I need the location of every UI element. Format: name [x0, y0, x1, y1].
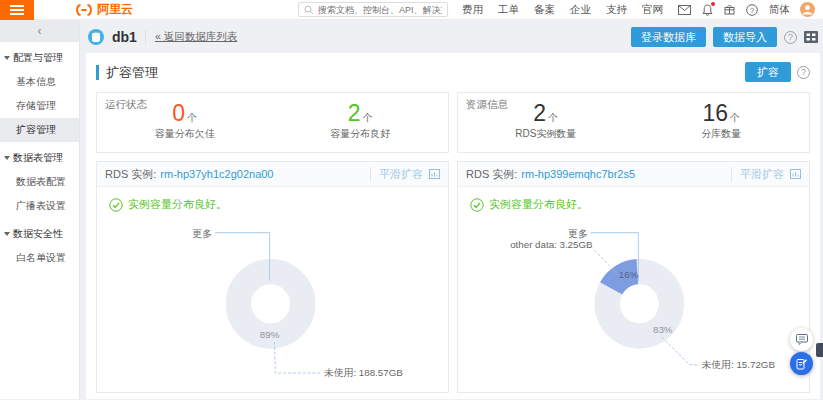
- nav-support[interactable]: 支持: [606, 3, 627, 17]
- stats-row: 运行状态 0个 容量分布欠佳 2个 容量分布良好 资源信息: [96, 92, 810, 153]
- capacity-status-message: 实例容量分布良好。: [470, 197, 809, 212]
- sidebar-item-broadcast-table[interactable]: 广播表设置: [0, 194, 79, 218]
- content-area: db1 « 返回数据库列表 登录数据库 数据导入 ? 扩容管理 扩容 ?: [80, 20, 823, 399]
- capacity-status-message: 实例容量分布良好。: [109, 197, 448, 212]
- instance-label: RDS 实例:: [466, 167, 517, 182]
- language-selector[interactable]: 简体: [769, 3, 790, 17]
- resource-section: 资源信息 2个 RDS实例数量 16个 分库数量: [457, 92, 810, 153]
- sidebar-group-header-config[interactable]: 配置与管理: [0, 42, 79, 70]
- pie-label-unused: 未使用: 15.72GB: [701, 359, 775, 370]
- sidebar-group-security: 数据安全性 白名单设置: [0, 218, 79, 270]
- rds-instance-card-1: RDS 实例: rm-hp37yh1c2g02na00 平滑扩容: [96, 161, 449, 393]
- top-icons: ?: [678, 4, 758, 16]
- pie-percent-blue: 16%: [619, 270, 639, 281]
- sidebar-collapse-button[interactable]: ‹: [0, 20, 79, 42]
- sidebar-item-storage-mgmt[interactable]: 存储管理: [0, 94, 79, 118]
- instance-id-link[interactable]: rm-hp37yh1c2g02na00: [160, 168, 273, 180]
- side-tab[interactable]: [816, 343, 823, 357]
- search-input[interactable]: [318, 5, 442, 15]
- aliyun-logo[interactable]: 阿里云: [74, 1, 133, 18]
- top-nav: 费用 工单 备案 企业 支持 官网: [462, 3, 663, 17]
- sidebar-group-header-security[interactable]: 数据安全性: [0, 218, 79, 246]
- caret-down-icon: [4, 232, 10, 236]
- stat-shard-count: 16个 分库数量: [634, 101, 810, 152]
- chat-icon: [796, 334, 808, 345]
- sidebar-group-header-tables[interactable]: 数据表管理: [0, 142, 79, 170]
- page-title: db1: [112, 29, 137, 45]
- sidebar-group-tables: 数据表管理 数据表配置 广播表设置: [0, 142, 79, 218]
- resource-section-title: 资源信息: [466, 98, 508, 112]
- caret-down-icon: [4, 56, 10, 60]
- monitor-icon[interactable]: [429, 169, 440, 179]
- data-import-button[interactable]: 数据导入: [713, 27, 777, 47]
- back-to-db-list-link[interactable]: « 返回数据库列表: [145, 30, 237, 44]
- stat-label: 容量分布良好: [273, 127, 449, 141]
- smooth-expansion-link[interactable]: 平滑扩容: [731, 167, 784, 182]
- console-grid-icon[interactable]: [804, 31, 818, 43]
- expand-button[interactable]: 扩容: [745, 62, 791, 82]
- gift-icon[interactable]: [724, 4, 735, 15]
- mail-icon[interactable]: [678, 5, 691, 15]
- help-icon[interactable]: ?: [797, 66, 810, 79]
- pie-label-more: 更多: [193, 228, 213, 239]
- smooth-expansion-link[interactable]: 平滑扩容: [370, 167, 423, 182]
- menu-icon[interactable]: [0, 0, 34, 20]
- svg-text:?: ?: [750, 5, 754, 14]
- capacity-donut-chart-2[interactable]: 更多 other data: 3.25GB 16% 83% 未使用: 15.72…: [458, 220, 809, 392]
- nav-enterprise[interactable]: 企业: [570, 3, 591, 17]
- sidebar-group-config: 配置与管理 基本信息 存储管理 扩容管理: [0, 42, 79, 142]
- database-icon: [88, 29, 104, 45]
- search-icon: [304, 5, 314, 15]
- sidebar: ‹ 配置与管理 基本信息 存储管理 扩容管理 数据表管理 数据表配置 广播表设置…: [0, 20, 80, 399]
- login-database-button[interactable]: 登录数据库: [631, 27, 706, 47]
- help-icon[interactable]: ?: [784, 31, 797, 44]
- stat-label: RDS实例数量: [458, 127, 634, 141]
- search-box[interactable]: [298, 2, 448, 17]
- help-icon[interactable]: ?: [746, 4, 758, 16]
- instance-id-link[interactable]: rm-hp399emqhc7br2s5: [521, 168, 635, 180]
- aliyun-logo-icon: [74, 4, 94, 16]
- caret-down-icon: [4, 156, 10, 160]
- status-section: 运行状态 0个 容量分布欠佳 2个 容量分布良好: [96, 92, 449, 153]
- sidebar-item-expansion-mgmt[interactable]: 扩容管理: [0, 118, 79, 142]
- section-title: 扩容管理: [96, 65, 158, 80]
- rds-instance-card-2: RDS 实例: rm-hp399emqhc7br2s5 平滑扩容: [457, 161, 810, 393]
- stat-value: 16: [702, 101, 728, 126]
- logo-text: 阿里云: [97, 1, 133, 18]
- avatar[interactable]: [800, 2, 815, 17]
- survey-button[interactable]: [790, 352, 813, 375]
- capacity-donut-chart-1[interactable]: 更多 89% 未使用: 188.57GB: [97, 220, 448, 392]
- stat-label: 分库数量: [634, 127, 810, 141]
- bell-icon[interactable]: [702, 4, 713, 16]
- stat-value: 2: [348, 101, 361, 126]
- pie-percent-label: 89%: [260, 329, 280, 340]
- monitor-icon[interactable]: [790, 169, 801, 179]
- instance-label: RDS 实例:: [105, 167, 156, 182]
- top-bar: 阿里云 费用 工单 备案 企业 支持 官网 ? 简体: [0, 0, 823, 20]
- status-section-title: 运行状态: [105, 98, 147, 112]
- breadcrumb-actions: 登录数据库 数据导入 ?: [631, 27, 818, 47]
- stat-good-distribution: 2个 容量分布良好: [273, 101, 449, 152]
- chevron-left-icon: ‹: [38, 24, 42, 38]
- nav-tickets[interactable]: 工单: [498, 3, 519, 17]
- pie-percent-label: 83%: [653, 324, 673, 335]
- expansion-panel: 扩容管理 扩容 ? 运行状态 0个 容量分布欠佳 2个: [86, 53, 820, 399]
- nav-site[interactable]: 官网: [642, 3, 663, 17]
- stat-value: 0: [172, 101, 185, 126]
- check-circle-icon: [109, 198, 123, 212]
- stat-value: 2: [533, 101, 546, 126]
- pie-label-other-data: other data: 3.25GB: [510, 239, 592, 250]
- nav-billing[interactable]: 费用: [462, 3, 483, 17]
- pie-label-unused: 未使用: 188.57GB: [323, 367, 403, 378]
- instance-cards-row: RDS 实例: rm-hp37yh1c2g02na00 平滑扩容: [96, 161, 810, 399]
- survey-icon: [796, 358, 808, 370]
- notification-dot: [711, 2, 715, 6]
- sidebar-item-table-config[interactable]: 数据表配置: [0, 170, 79, 194]
- check-circle-icon: [470, 198, 484, 212]
- feedback-button[interactable]: [790, 328, 813, 351]
- breadcrumb: db1 « 返回数据库列表 登录数据库 数据导入 ?: [86, 24, 820, 50]
- nav-icp[interactable]: 备案: [534, 3, 555, 17]
- pie-label-more: 更多: [568, 228, 588, 239]
- sidebar-item-basic-info[interactable]: 基本信息: [0, 70, 79, 94]
- sidebar-item-whitelist[interactable]: 白名单设置: [0, 246, 79, 270]
